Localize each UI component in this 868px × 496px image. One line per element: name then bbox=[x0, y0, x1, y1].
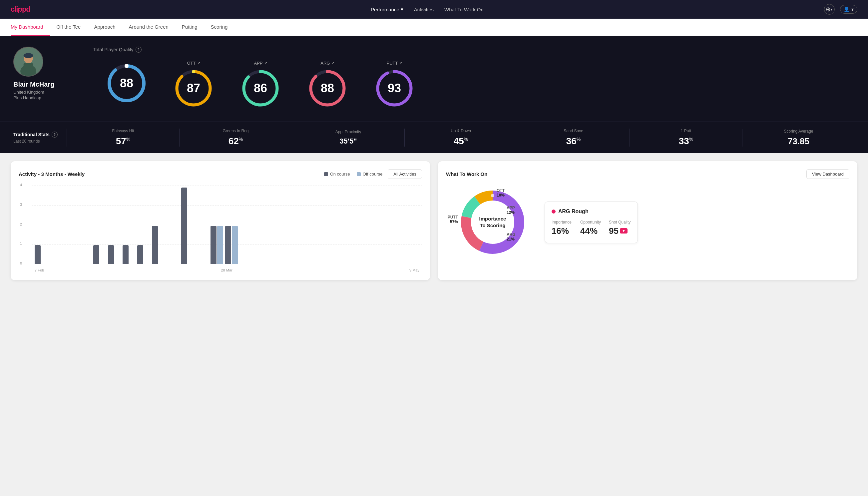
logo: clippd bbox=[11, 5, 30, 14]
trad-label: Traditional Stats ? bbox=[13, 131, 67, 138]
putt-label: PUTT ↗ bbox=[387, 61, 403, 66]
trad-sublabel: Last 20 rounds bbox=[13, 139, 67, 143]
svg-point-8 bbox=[124, 63, 129, 68]
up-down-label: Up & Down bbox=[410, 128, 511, 133]
x-label-may: 9 May bbox=[409, 268, 419, 272]
user-menu-button[interactable]: 👤 ▾ bbox=[840, 5, 857, 14]
bar-off-13 bbox=[232, 226, 238, 264]
bar-group-13 bbox=[225, 226, 238, 264]
tab-off-the-tee[interactable]: Off the Tee bbox=[50, 19, 88, 36]
chart-legend: On course Off course bbox=[324, 172, 383, 176]
bar-on-7 bbox=[137, 245, 143, 264]
trad-question-icon[interactable]: ? bbox=[52, 131, 58, 138]
app-label: APP ↗ bbox=[254, 61, 267, 66]
tab-putting[interactable]: Putting bbox=[175, 19, 204, 36]
bars-container bbox=[32, 186, 422, 264]
score-ott: OTT ↗ 87 bbox=[160, 58, 227, 111]
donut-container: Importance To Scoring OTT 10% APP 12% AR… bbox=[446, 186, 539, 259]
svg-point-5 bbox=[23, 53, 33, 58]
stat-app-proximity: App. Proximity 35'5" bbox=[292, 129, 404, 145]
tab-around-the-green[interactable]: Around the Green bbox=[122, 19, 175, 36]
activity-title: Activity - 3 Months - Weekly bbox=[19, 171, 84, 177]
user-chevron: ▾ bbox=[851, 7, 854, 12]
avatar bbox=[13, 47, 43, 77]
score-total: 88 bbox=[93, 58, 160, 111]
tab-approach[interactable]: Approach bbox=[87, 19, 122, 36]
player-info: Blair McHarg United Kingdom Plus Handica… bbox=[13, 47, 80, 100]
plus-circle-icon: ⊕ bbox=[826, 6, 831, 13]
bar-group-4 bbox=[93, 245, 106, 264]
add-button[interactable]: ⊕ ▾ bbox=[824, 4, 835, 15]
nav-what-to-work-on[interactable]: What To Work On bbox=[444, 7, 484, 12]
sub-nav: My Dashboard Off the Tee Approach Around… bbox=[0, 19, 868, 36]
opportunity-metric: Opportunity 44% bbox=[580, 220, 602, 236]
stat-sand-save: Sand Save 36% bbox=[517, 128, 630, 146]
top-nav: clippd Performance ▾ Activities What To … bbox=[0, 0, 868, 19]
donut-svg: Importance To Scoring bbox=[456, 186, 529, 259]
circle-putt: 93 bbox=[374, 68, 414, 108]
all-activities-button[interactable]: All Activities bbox=[388, 169, 422, 179]
scoring-avg-value: 73.85 bbox=[748, 136, 849, 146]
arg-arrow: ↗ bbox=[331, 61, 334, 65]
up-down-value: 45% bbox=[410, 136, 511, 146]
question-icon[interactable]: ? bbox=[136, 47, 142, 52]
score-putt: PUTT ↗ 93 bbox=[361, 58, 428, 111]
circle-arg: 88 bbox=[307, 68, 347, 108]
svg-point-25 bbox=[491, 194, 494, 197]
hero-section: Blair McHarg United Kingdom Plus Handica… bbox=[0, 36, 868, 122]
opportunity-label: Opportunity bbox=[580, 220, 602, 224]
detail-title: ARG Rough bbox=[558, 208, 588, 215]
arg-score: 88 bbox=[321, 81, 334, 95]
arg-label: ARG ↗ bbox=[320, 61, 334, 66]
traditional-stats-section: Traditional Stats ? Last 20 rounds Fairw… bbox=[0, 122, 868, 153]
circle-total: 88 bbox=[107, 63, 146, 103]
bottom-section: Activity - 3 Months - Weekly On course O… bbox=[0, 153, 868, 288]
player-handicap: Plus Handicap bbox=[13, 95, 41, 100]
nav-center: Performance ▾ Activities What To Work On bbox=[371, 6, 484, 12]
nav-performance[interactable]: Performance ▾ bbox=[371, 6, 404, 12]
one-putt-label: 1 Putt bbox=[635, 128, 737, 133]
work-on-card: What To Work On View Dashboard bbox=[438, 161, 857, 280]
importance-metric: Importance 16% bbox=[552, 220, 573, 236]
detail-dot bbox=[552, 210, 556, 214]
circle-app: 86 bbox=[240, 68, 281, 108]
bar-chart: 4 3 2 1 0 7 Feb 28 Mar 9 May bbox=[19, 186, 422, 272]
scoring-avg-label: Scoring Average bbox=[748, 129, 849, 134]
stats-container: Total Player Quality ? 88 bbox=[93, 47, 855, 111]
app-donut-label: APP 12% bbox=[507, 205, 515, 215]
bar-on-6 bbox=[123, 245, 129, 264]
stat-fairways-hit: Fairways Hit 57% bbox=[67, 128, 179, 146]
arg-donut-label: ARG 21% bbox=[507, 232, 516, 242]
shot-quality-value: 95 ▼ bbox=[609, 226, 631, 236]
importance-value: 16% bbox=[552, 226, 573, 236]
svg-point-17 bbox=[326, 70, 329, 73]
svg-text:Importance: Importance bbox=[479, 216, 506, 221]
svg-point-20 bbox=[393, 70, 396, 73]
total-quality-label: Total Player Quality ? bbox=[93, 47, 855, 52]
score-app: APP ↗ 86 bbox=[227, 58, 294, 111]
svg-rect-3 bbox=[23, 63, 33, 70]
proximity-label: App. Proximity bbox=[297, 129, 399, 134]
view-dashboard-button[interactable]: View Dashboard bbox=[806, 169, 849, 179]
bar-group-8 bbox=[152, 226, 164, 264]
nav-right: ⊕ ▾ 👤 ▾ bbox=[824, 4, 857, 15]
detail-title-row: ARG Rough bbox=[552, 208, 631, 215]
one-putt-value: 33% bbox=[635, 136, 737, 146]
work-on-header: What To Work On View Dashboard bbox=[446, 169, 849, 179]
fairways-label: Fairways Hit bbox=[72, 128, 174, 133]
user-icon: 👤 bbox=[844, 7, 849, 12]
tab-my-dashboard[interactable]: My Dashboard bbox=[11, 19, 50, 36]
bar-group-0 bbox=[35, 245, 47, 264]
nav-activities[interactable]: Activities bbox=[414, 7, 434, 12]
player-name: Blair McHarg bbox=[13, 81, 54, 88]
detail-metrics: Importance 16% Opportunity 44% Shot Qual… bbox=[552, 220, 631, 236]
legend-off-course: Off course bbox=[357, 172, 383, 176]
player-country: United Kingdom bbox=[13, 90, 44, 95]
importance-label: Importance bbox=[552, 220, 573, 224]
opportunity-value: 44% bbox=[580, 226, 602, 236]
ott-score: 87 bbox=[187, 81, 200, 95]
legend-on-course: On course bbox=[324, 172, 350, 176]
greens-label: Greens In Reg bbox=[185, 128, 286, 133]
tab-scoring[interactable]: Scoring bbox=[204, 19, 235, 36]
bar-group-10 bbox=[181, 188, 194, 264]
